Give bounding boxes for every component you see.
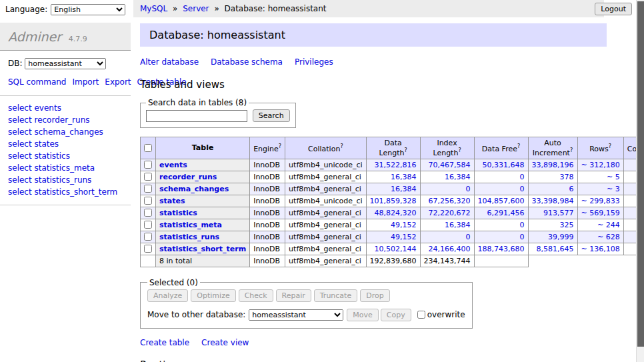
bulk-check-button[interactable]: Check (239, 289, 273, 302)
sidebar-link-sql-command[interactable]: SQL command (8, 77, 66, 87)
data-free-link[interactable]: 0 (520, 233, 525, 241)
rows-count-link[interactable]: ~ 312,180 (581, 161, 620, 169)
rows-count-link[interactable]: ~ 299,833 (581, 197, 620, 205)
data-length-link[interactable]: 49,152 (391, 221, 417, 229)
column-help-marker[interactable]: ? (279, 143, 281, 149)
index-length-link[interactable]: 72,220,672 (429, 209, 471, 217)
index-length-link[interactable]: 70,467,584 (429, 161, 471, 169)
column-header-collation[interactable]: Collation? (285, 137, 366, 159)
data-free-link[interactable]: 0 (520, 185, 525, 193)
column-header-data-free[interactable]: Data Free? (474, 137, 528, 159)
auto-increment-link[interactable]: 8,581,645 (537, 245, 574, 253)
data-free-link[interactable]: 0 (520, 221, 525, 229)
bulk-truncate-button[interactable]: Truncate (314, 289, 357, 302)
data-length-link[interactable]: 10,502,144 (375, 245, 417, 253)
table-link-schema-changes[interactable]: schema_changes (159, 185, 229, 193)
table-link-events[interactable]: events (159, 161, 187, 169)
table-link-statistics-meta[interactable]: statistics_meta (159, 221, 222, 229)
row-checkbox-statistics-short-term[interactable] (144, 245, 152, 253)
overwrite-checkbox[interactable] (417, 311, 425, 319)
data-length-link[interactable]: 48,824,320 (375, 209, 417, 217)
rows-count-link[interactable]: ~ 3 (607, 185, 620, 193)
table-link-statistics[interactable]: statistics (159, 209, 197, 217)
bulk-drop-button[interactable]: Drop (360, 289, 389, 302)
table-link-statistics-runs[interactable]: statistics_runs (159, 233, 219, 241)
sidebar-item-select-states[interactable]: select states (8, 138, 123, 150)
table-link-recorder-runs[interactable]: recorder_runs (159, 173, 217, 181)
index-length-link[interactable]: 24,166,400 (429, 245, 471, 253)
index-length-link[interactable]: 67,256,320 (429, 197, 471, 205)
data-free-link[interactable]: 6,291,456 (487, 209, 525, 217)
sidebar-link-import[interactable]: Import (72, 77, 99, 87)
column-header-data-length[interactable]: Data Length? (366, 137, 420, 159)
row-checkbox-states[interactable] (144, 197, 152, 205)
column-header-table[interactable]: Table (156, 137, 250, 159)
row-checkbox-events[interactable] (144, 161, 152, 169)
scrollbar-thumb[interactable] (637, 1, 644, 347)
rows-count-link[interactable]: ~ 5 (607, 173, 620, 181)
link-create-table[interactable]: Create table (140, 338, 189, 347)
data-free-link[interactable]: 50,331,648 (483, 161, 525, 169)
search-button[interactable]: Search (253, 109, 290, 122)
select-all-checkbox[interactable] (144, 144, 152, 152)
column-help-marker[interactable]: ? (458, 147, 461, 153)
data-length-link[interactable]: 31,522,816 (375, 161, 417, 169)
column-help-marker[interactable]: ? (517, 143, 520, 149)
row-checkbox-recorder-runs[interactable] (144, 173, 152, 181)
data-free-link[interactable]: 188,743,680 (478, 245, 525, 253)
column-header-index-length[interactable]: Index Length? (420, 137, 474, 159)
column-help-marker[interactable]: ? (404, 147, 407, 153)
auto-increment-link[interactable]: 325 (560, 221, 574, 229)
column-header-rows[interactable]: Rows? (577, 137, 623, 159)
data-length-link[interactable]: 16,384 (391, 173, 417, 181)
column-help-marker[interactable]: ? (570, 147, 573, 153)
row-checkbox-statistics-meta[interactable] (144, 221, 152, 229)
index-length-link[interactable]: 0 (466, 233, 471, 241)
sidebar-item-select-statistics-meta[interactable]: select statistics_meta (8, 162, 123, 174)
link-privileges[interactable]: Privileges (295, 57, 333, 67)
index-length-link[interactable]: 0 (466, 185, 471, 193)
auto-increment-link[interactable]: 33,398,984 (532, 197, 574, 205)
table-link-statistics-short-term[interactable]: statistics_short_term (159, 245, 246, 253)
sidebar-item-select-events[interactable]: select events (8, 102, 123, 114)
link-database-schema[interactable]: Database schema (211, 57, 283, 67)
auto-increment-link[interactable]: 39,999 (548, 233, 574, 241)
index-length-link[interactable]: 16,384 (445, 173, 471, 181)
index-length-link[interactable]: 16,384 (445, 221, 471, 229)
column-help-marker[interactable]: ? (340, 143, 343, 149)
bulk-optimize-button[interactable]: Optimize (191, 289, 235, 302)
sidebar-item-select-recorder-runs[interactable]: select recorder_runs (8, 114, 123, 126)
sidebar-link-export[interactable]: Export (105, 77, 131, 87)
row-checkbox-statistics-runs[interactable] (144, 233, 152, 241)
breadcrumb-server-link[interactable]: Server (183, 4, 209, 13)
breadcrumb-mysql-link[interactable]: MySQL (140, 4, 167, 13)
bulk-analyze-button[interactable]: Analyze (147, 289, 188, 302)
column-header-auto-increment[interactable]: Auto Increment? (528, 137, 577, 159)
auto-increment-link[interactable]: 33,898,196 (532, 161, 574, 169)
rows-count-link[interactable]: ~ 136,108 (581, 245, 620, 253)
row-checkbox-statistics[interactable] (144, 209, 152, 217)
bulk-repair-button[interactable]: Repair (276, 289, 311, 302)
auto-increment-link[interactable]: 6 (569, 185, 574, 193)
auto-increment-link[interactable]: 378 (560, 173, 574, 181)
data-free-link[interactable]: 0 (520, 173, 525, 181)
data-free-link[interactable]: 104,857,600 (478, 197, 525, 205)
data-length-link[interactable]: 49,152 (391, 233, 417, 241)
language-select[interactable]: English (51, 4, 125, 15)
row-checkbox-schema-changes[interactable] (144, 185, 152, 193)
copy-button[interactable]: Copy (381, 309, 411, 321)
scrollbar[interactable] (636, 0, 644, 362)
sidebar-item-select-statistics-short-term[interactable]: select statistics_short_term (8, 186, 123, 198)
rows-count-link[interactable]: ~ 569,159 (581, 209, 620, 217)
logout-button[interactable]: Logout (595, 3, 632, 15)
data-length-link[interactable]: 101,859,328 (370, 197, 417, 205)
link-alter-database[interactable]: Alter database (140, 57, 199, 67)
sidebar-item-select-schema-changes[interactable]: select schema_changes (8, 126, 123, 138)
sidebar-item-select-statistics-runs[interactable]: select statistics_runs (8, 174, 123, 186)
column-header-engine[interactable]: Engine? (250, 137, 285, 159)
table-link-states[interactable]: states (159, 197, 185, 205)
auto-increment-link[interactable]: 913,577 (543, 209, 574, 217)
move-db-select[interactable]: homeassistant (249, 309, 343, 321)
link-create-view[interactable]: Create view (201, 338, 249, 347)
search-input[interactable] (146, 110, 247, 122)
